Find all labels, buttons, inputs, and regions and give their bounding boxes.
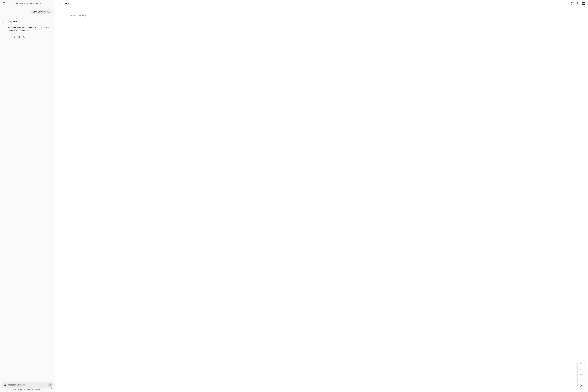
user-avatar[interactable] [582,2,586,6]
composer-area: ChatGPT can make mistakes. Check importa… [0,382,55,392]
canvas-placeholder: Write something... [70,14,573,17]
svg-rect-3 [578,3,579,4]
compose-icon [8,2,11,5]
assistant-content: New All ready! What would you like to ad… [8,19,52,39]
history-button[interactable] [570,1,574,6]
canvas-pane: New Write something... [55,0,588,392]
document-icon [10,20,12,23]
speaker-icon [8,36,11,38]
arrow-up-icon [49,384,52,386]
thumbs-down-button[interactable] [23,35,26,38]
length-icon [580,378,582,380]
new-chat-button[interactable] [7,1,12,6]
send-button[interactable] [48,383,52,387]
composer [2,382,53,388]
length-tool[interactable] [578,377,584,382]
message-input[interactable] [8,383,48,387]
history-icon [570,2,573,5]
document-chip[interactable]: New [8,19,20,24]
polish-tool[interactable] [578,366,584,371]
hand-icon [580,362,582,364]
thumbs-up-button[interactable] [18,35,21,38]
thumbs-down-icon [23,36,25,38]
sidebar-icon [3,2,6,5]
document-chip-label: New [13,20,18,23]
paperclip-icon [4,384,6,386]
thumbs-up-icon [18,36,20,38]
paintbrush-icon [580,368,582,370]
copy-icon [576,2,579,5]
emoji-tool[interactable] [578,361,584,366]
chat-sidebar: ChatGPT 4o with canvas Start a new canva… [0,0,55,392]
svg-rect-0 [3,2,5,4]
attach-button[interactable] [3,383,7,387]
openai-logo-icon [3,21,5,23]
model-switcher[interactable]: ChatGPT 4o with canvas [13,2,42,5]
copy-button[interactable] [13,35,16,38]
book-open-icon [580,373,582,375]
user-message[interactable]: Start a new canvas. [30,10,52,14]
user-message-row: Start a new canvas. [2,10,52,14]
chat-thread: Start a new canvas. New All ready! What … [0,7,55,382]
canvas-title[interactable]: New [65,2,69,5]
pencil-sparkle-icon [580,384,582,387]
toggle-sidebar-button[interactable] [2,1,6,6]
edit-tool[interactable] [578,383,584,388]
footer: ChatGPT can make mistakes. Check importa… [2,388,53,392]
chat-header: ChatGPT 4o with canvas [0,0,55,7]
disclaimer-text: ChatGPT can make mistakes. Check importa… [11,388,44,390]
help-button[interactable]: ? [50,387,52,390]
model-label: ChatGPT 4o with canvas [14,2,38,5]
reading-tool[interactable] [578,372,584,376]
chevron-down-icon [39,2,41,4]
close-icon [58,2,61,5]
message-actions [8,34,52,39]
assistant-message-row: New All ready! What would you like to ad… [2,19,52,39]
canvas-header: New [55,0,588,7]
copy-canvas-button[interactable] [576,1,580,6]
svg-rect-2 [14,36,15,38]
copy-icon [13,36,16,38]
close-canvas-button[interactable] [57,1,62,6]
assistant-avatar [2,20,6,24]
speak-button[interactable] [8,35,11,38]
canvas-editor[interactable]: Write something... [55,7,588,392]
assistant-message[interactable]: All ready! What would you like to add or… [8,26,52,32]
canvas-toolbar [578,360,585,389]
